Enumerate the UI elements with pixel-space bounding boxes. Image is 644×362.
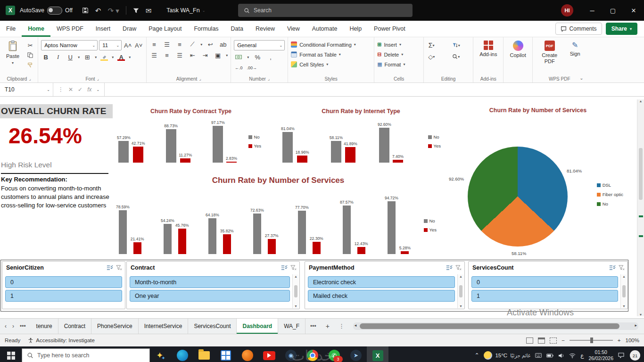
chart-bar[interactable] <box>223 234 231 254</box>
fill-color-button[interactable] <box>99 53 109 61</box>
chart-bar[interactable] <box>379 128 389 163</box>
sheet-tab-wa-f[interactable]: WA_F <box>278 319 305 334</box>
ribbon-tab-wps-pdf[interactable]: WPS PDF <box>50 21 90 37</box>
ribbon-tab-review[interactable]: Review <box>249 21 281 37</box>
chart-bar[interactable] <box>133 147 143 163</box>
touch-keyboard-icon[interactable] <box>535 353 542 358</box>
titlebar-search[interactable]: Search <box>238 4 413 17</box>
slicer-scrollbar[interactable]: ▲▼ <box>292 274 299 308</box>
insert-cells-button[interactable]: ⊞ Insert▾ <box>377 40 421 49</box>
chart-bar[interactable] <box>208 218 216 254</box>
copilot-button[interactable]: Copilot <box>506 39 529 60</box>
font-color-button[interactable]: A <box>116 53 126 61</box>
whatsapp-icon[interactable]: ✆ 3 <box>323 346 345 362</box>
percent-style-icon[interactable]: % <box>253 53 262 61</box>
chart-bar[interactable] <box>164 224 172 254</box>
autosum-button[interactable]: Σ▾ <box>427 41 436 49</box>
slicer-scrollbar[interactable]: ▲▼ <box>457 274 464 308</box>
scroll-left-icon[interactable]: ◂ <box>355 323 357 328</box>
chart-services-pie[interactable]: Churn Rate by Number of Services 81.04% … <box>448 107 628 263</box>
store-icon[interactable] <box>215 346 237 362</box>
comments-button[interactable]: Comments <box>555 23 602 35</box>
minimize-button[interactable]: ─ <box>582 0 603 21</box>
ribbon-tab-data[interactable]: Data <box>225 21 249 37</box>
bold-button[interactable]: B <box>41 53 50 61</box>
battery-icon[interactable] <box>546 354 553 358</box>
multiselect-icon[interactable] <box>609 265 616 271</box>
zoom-slider[interactable] <box>570 340 613 341</box>
dialog-launcher-icon[interactable]: ⌟ <box>29 76 31 81</box>
save-button[interactable] <box>82 7 89 14</box>
chart-bar[interactable] <box>357 247 365 254</box>
scroll-up-icon[interactable]: ▲ <box>639 99 643 103</box>
add-sheet-button[interactable]: + <box>321 319 334 334</box>
chart-bar[interactable] <box>119 210 127 254</box>
sheet-tab-tenure[interactable]: tenure <box>31 319 58 334</box>
scrollbar-thumb[interactable] <box>639 148 643 200</box>
formula-input[interactable] <box>105 83 644 96</box>
clear-filter-icon[interactable] <box>290 265 297 271</box>
ribbon-tab-help[interactable]: Help <box>343 21 368 37</box>
slicer-item-electronic-check[interactable]: Electronic check <box>308 276 455 288</box>
font-name-combo[interactable]: Aptos Narrow⌄ <box>41 40 98 50</box>
create-pdf-button[interactable]: PDF Create PDF <box>536 39 564 66</box>
start-button[interactable] <box>0 346 22 362</box>
chart-contract-type[interactable]: Churn Rate by Contract Type 57.29%42.71%… <box>113 108 269 169</box>
sheet-tab-servicescount[interactable]: ServicesCount <box>188 319 237 334</box>
cut-button[interactable]: ✂ <box>25 41 35 49</box>
confirm-entry-icon[interactable]: ✓ <box>78 86 83 93</box>
sheet-next-icon[interactable]: › <box>12 323 14 329</box>
chart-bar[interactable] <box>253 214 261 254</box>
namebox-menu-icon[interactable]: ⋮ <box>58 86 64 93</box>
chart-bar[interactable] <box>180 158 190 163</box>
share-button[interactable]: Share▾ <box>606 23 637 35</box>
clock[interactable]: 01:50 26/02/2026 <box>588 349 613 362</box>
wrap-text-icon[interactable]: ↩ <box>206 40 215 49</box>
normal-view-icon[interactable] <box>526 337 533 344</box>
taskbar-search[interactable]: Type here to search <box>22 348 150 362</box>
chart-bar[interactable] <box>298 211 306 254</box>
chart-bar[interactable] <box>178 229 186 254</box>
edge-icon[interactable] <box>172 346 193 362</box>
sign-button[interactable]: ✎ Sign <box>567 39 584 58</box>
chart-bar[interactable] <box>388 201 396 254</box>
hscroll-thumb[interactable] <box>360 323 619 329</box>
multiselect-icon[interactable] <box>107 265 113 271</box>
zoom-out-icon[interactable]: − <box>561 337 565 343</box>
italic-button[interactable]: I <box>53 53 63 61</box>
chart-bar[interactable] <box>401 251 409 254</box>
slicer-item-one-year[interactable]: One year <box>130 290 290 302</box>
page-break-view-icon[interactable] <box>550 337 557 344</box>
slicer-scrollbar[interactable]: ▲▼ <box>620 274 627 308</box>
currency-format-icon[interactable] <box>234 53 243 61</box>
copy-button[interactable] <box>25 51 35 59</box>
align-top-icon[interactable]: ≡ <box>149 40 159 49</box>
chart-bar[interactable] <box>393 160 403 163</box>
tray-expand-icon[interactable]: ⌃ <box>474 352 479 359</box>
search-highlights-icon[interactable]: ✦✦ <box>150 346 172 362</box>
chart-bar[interactable] <box>282 132 293 163</box>
accessibility-status[interactable]: Accessibility: Investigate <box>28 337 95 343</box>
clear-filter-icon[interactable] <box>619 265 625 271</box>
youtube-icon[interactable] <box>258 346 280 362</box>
increase-indent-icon[interactable]: ⇥ <box>200 51 210 59</box>
redo-button[interactable]: ↷ ▾ <box>107 7 119 14</box>
merge-center-icon[interactable]: ▣ <box>213 51 223 59</box>
find-select-button[interactable]: ▾ <box>451 52 461 61</box>
slicer-item-mailed-check[interactable]: Mailed check <box>308 290 455 302</box>
formula-options-icon[interactable]: ⌄ <box>96 88 99 92</box>
chart-bar[interactable] <box>213 126 223 163</box>
decrease-indent-icon[interactable]: ⇤ <box>188 51 197 59</box>
chart-bar[interactable] <box>268 239 276 254</box>
ribbon-tab-draw[interactable]: Draw <box>116 21 142 37</box>
sheet-tab-contract[interactable]: Contract <box>58 319 91 334</box>
font-size-combo[interactable]: 11⌄ <box>99 40 122 50</box>
cell-styles-button[interactable]: Cell Styles▾ <box>291 60 371 69</box>
tab-menu-icon[interactable]: ⋮ <box>339 323 345 329</box>
sort-filter-button[interactable]: ▾ <box>451 41 461 49</box>
increase-decimal-icon[interactable]: ←.0 <box>234 64 243 72</box>
ribbon-tab-home[interactable]: Home <box>22 21 50 37</box>
chart-bar[interactable] <box>133 242 141 254</box>
zoom-in-icon[interactable]: + <box>618 337 621 343</box>
sheet-tab-internetservice[interactable]: InternetService <box>139 319 189 334</box>
